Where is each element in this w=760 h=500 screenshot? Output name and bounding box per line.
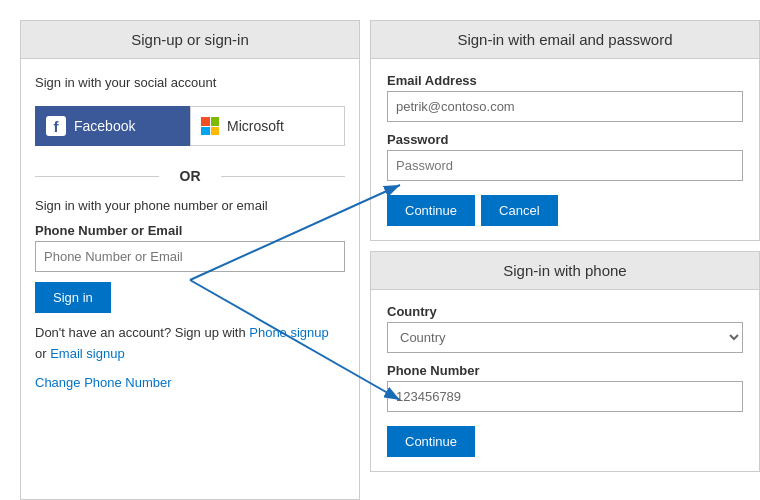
- email-field-group: Email Address: [387, 73, 743, 122]
- email-input[interactable]: [387, 91, 743, 122]
- signin-button[interactable]: Sign in: [35, 282, 111, 313]
- phone-field-label: Phone Number or Email: [35, 223, 345, 238]
- email-continue-button[interactable]: Continue: [387, 195, 475, 226]
- country-select[interactable]: Country: [387, 322, 743, 353]
- signup-text-mid: or: [35, 346, 47, 361]
- email-panel-buttons: Continue Cancel: [387, 195, 743, 226]
- microsoft-button[interactable]: Microsoft: [190, 106, 345, 146]
- signin-button-wrapper: Sign in: [35, 282, 345, 313]
- left-panel-title: Sign-up or sign-in: [21, 21, 359, 59]
- email-label: Email Address: [387, 73, 743, 88]
- facebook-icon: f: [46, 116, 66, 136]
- password-label: Password: [387, 132, 743, 147]
- phone-number-field-group: Phone Number: [387, 363, 743, 412]
- phone-number-input[interactable]: [387, 381, 743, 412]
- change-phone-link[interactable]: Change Phone Number: [35, 375, 345, 390]
- country-field-group: Country Country: [387, 304, 743, 353]
- password-input[interactable]: [387, 150, 743, 181]
- phone-number-label: Phone Number: [387, 363, 743, 378]
- social-label: Sign in with your social account: [35, 75, 345, 90]
- signup-text-prefix: Don't have an account? Sign up with: [35, 325, 246, 340]
- right-column: Sign-in with email and password Email Ad…: [370, 20, 760, 500]
- signup-text: Don't have an account? Sign up with Phon…: [35, 323, 345, 365]
- or-divider: OR: [35, 168, 345, 184]
- email-panel-title: Sign-in with email and password: [371, 21, 759, 59]
- signup-signin-panel: Sign-up or sign-in Sign in with your soc…: [20, 20, 360, 500]
- microsoft-label: Microsoft: [227, 118, 284, 134]
- social-buttons-group: f Facebook Microsoft: [35, 106, 345, 146]
- phone-continue-button[interactable]: Continue: [387, 426, 475, 457]
- phone-email-label: Sign in with your phone number or email: [35, 198, 345, 213]
- facebook-button[interactable]: f Facebook: [35, 106, 190, 146]
- microsoft-icon: [201, 117, 219, 135]
- phone-email-input[interactable]: [35, 241, 345, 272]
- email-cancel-button[interactable]: Cancel: [481, 195, 557, 226]
- phone-signup-link[interactable]: Phone signup: [249, 325, 329, 340]
- phone-panel-title: Sign-in with phone: [371, 252, 759, 290]
- password-field-group: Password: [387, 132, 743, 181]
- phone-panel-buttons: Continue: [387, 426, 743, 457]
- phone-signin-panel: Sign-in with phone Country Country Phone…: [370, 251, 760, 472]
- phone-field-group: Phone Number or Email: [35, 223, 345, 272]
- email-signin-panel: Sign-in with email and password Email Ad…: [370, 20, 760, 241]
- country-label: Country: [387, 304, 743, 319]
- facebook-label: Facebook: [74, 118, 135, 134]
- email-signup-link[interactable]: Email signup: [50, 346, 124, 361]
